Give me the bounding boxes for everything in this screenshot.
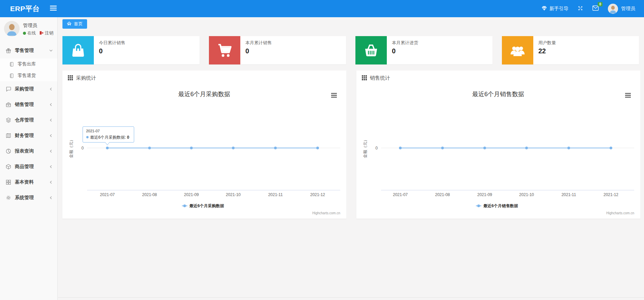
sidebar-item-retail[interactable]: 零售管理 — [0, 43, 57, 58]
y-axis-title: 金额（元） — [363, 138, 368, 158]
sales-line-chart: 最近6个月销售数据 金额（元） 0 2021-07 2021-08 2021-0… — [356, 84, 640, 219]
sidebar-item-retail-return[interactable]: 零售退货 — [0, 70, 57, 81]
svg-text:2021-09: 2021-09 — [184, 192, 199, 197]
stat-label: 本月累计销售 — [245, 40, 272, 46]
svg-text:2021-08: 2021-08 — [142, 192, 157, 197]
y-axis-tick: 0 — [81, 146, 84, 151]
shopping-cart-icon — [209, 36, 240, 64]
expand-arrows-icon — [578, 5, 583, 12]
shopping-basket-icon — [355, 36, 387, 64]
chevron-down-icon — [49, 49, 53, 53]
th-grid-icon — [362, 75, 367, 81]
svg-text:2021-09: 2021-09 — [477, 192, 492, 197]
chevron-left-icon — [49, 118, 53, 122]
svg-text:最近6个月销售数据: 最近6个月销售数据 — [483, 203, 518, 208]
sidebar-item-warehouse[interactable]: 仓库管理 — [0, 112, 57, 128]
legend-item[interactable]: 最近6个月采购数据 — [182, 203, 224, 208]
sidebar-submenu-retail: 零售出库 零售退货 — [0, 58, 57, 81]
chevron-left-icon — [49, 134, 53, 138]
svg-text:2021-10: 2021-10 — [519, 192, 534, 197]
chevron-left-icon — [49, 165, 53, 169]
envelope-icon — [592, 5, 599, 12]
svg-text:2021-12: 2021-12 — [603, 192, 618, 197]
stat-card-user-count: 用户数量 22 — [502, 36, 639, 64]
gift-icon — [5, 48, 11, 54]
th-grid-icon — [68, 75, 73, 81]
svg-text:2021-08: 2021-08 — [435, 192, 450, 197]
sidebar-menu: 零售管理 零售出库 零售退货 采购管理 — [0, 43, 57, 206]
users-icon — [502, 36, 533, 64]
chart-panels-row: 采购统计 最近6个月采购数据 金额（元） 0 2021-07 2021-08 — [62, 71, 640, 219]
tab-home[interactable]: 首页 — [62, 19, 87, 29]
hamburger-icon — [50, 5, 57, 12]
chart-title: 最近6个月采购数据 — [178, 91, 230, 98]
sidebar-item-sales[interactable]: 销售管理 — [0, 97, 57, 112]
series-line — [399, 147, 612, 149]
svg-text:2021-11: 2021-11 — [268, 192, 283, 197]
sidebar-item-label: 零售退货 — [18, 73, 53, 79]
svg-text:2021-10: 2021-10 — [226, 192, 241, 197]
tab-home-label: 首页 — [74, 21, 83, 27]
sidebar-item-label: 商品管理 — [15, 164, 49, 170]
chart-context-menu-button[interactable] — [331, 93, 337, 97]
stat-value: 0 — [99, 47, 125, 55]
top-navbar: ERP平台 新手引导 0 管理员 — [0, 0, 644, 17]
pie-chart-icon — [5, 148, 11, 154]
sidebar-item-label: 销售管理 — [15, 102, 49, 108]
x-axis-labels: 2021-07 2021-08 2021-09 2021-10 2021-11 … — [393, 192, 618, 197]
sidebar-item-purchase[interactable]: 采购管理 — [0, 81, 57, 97]
highcharts-credits: Highcharts.com.cn — [312, 211, 340, 215]
stat-label: 用户数量 — [538, 40, 556, 46]
sidebar-item-label: 财务管理 — [15, 133, 49, 139]
chart-context-menu-button[interactable] — [625, 93, 631, 97]
series-line — [106, 147, 319, 149]
svg-text:最近6个月采购数据: 最近6个月采购数据 — [189, 203, 224, 208]
fullscreen-button[interactable] — [578, 5, 583, 12]
message-count-badge: 0 — [598, 2, 602, 6]
online-status-icon — [23, 32, 26, 35]
user-avatar — [608, 4, 618, 14]
sidebar-item-goods[interactable]: 商品管理 — [0, 159, 57, 174]
svg-text:2021-07: 2021-07 — [100, 192, 115, 197]
main-content: 首页 今日累计销售 0 本月累计销售 0 — [58, 17, 644, 300]
svg-text:2021-11: 2021-11 — [561, 192, 576, 197]
chevron-left-icon — [49, 87, 53, 91]
sidebar-item-label: 零售出库 — [18, 61, 53, 67]
svg-text:2021-07: 2021-07 — [86, 129, 100, 133]
sidebar-item-retail-outbound[interactable]: 零售出库 — [0, 58, 57, 70]
gem-icon — [541, 5, 547, 12]
chat-icon — [5, 86, 11, 92]
purchase-line-chart: 最近6个月采购数据 金额（元） 0 2021-07 2021-08 2021-0… — [62, 84, 346, 219]
stat-card-today-sales: 今日累计销售 0 — [62, 36, 199, 64]
legend-item[interactable]: 最近6个月销售数据 — [476, 203, 518, 208]
svg-text:最近6个月采购数据: 0: 最近6个月采购数据: 0 — [90, 135, 129, 140]
panel-title: 销售统计 — [370, 75, 390, 81]
user-menu[interactable]: 管理员 — [608, 4, 635, 14]
sidebar-item-label: 基本资料 — [15, 179, 49, 185]
guide-link[interactable]: 新手引导 — [541, 5, 568, 12]
grid-icon — [5, 179, 11, 185]
logout-button[interactable]: 注销 — [39, 30, 53, 36]
stat-value: 0 — [392, 47, 418, 55]
messages-button[interactable]: 0 — [592, 5, 599, 12]
logout-label: 注销 — [45, 30, 53, 36]
sidebar-toggle-button[interactable] — [48, 3, 59, 14]
sidebar-item-system[interactable]: 系统管理 — [0, 190, 57, 206]
sidebar-item-reports[interactable]: 报表查询 — [0, 143, 57, 159]
stat-cards-row: 今日累计销售 0 本月累计销售 0 本月累计进货 0 — [62, 36, 639, 64]
chart-title: 最近6个月销售数据 — [472, 91, 524, 98]
chevron-left-icon — [49, 180, 53, 184]
sidebar-username: 管理员 — [23, 23, 53, 29]
stat-value: 22 — [538, 47, 556, 55]
y-axis-title: 金额（元） — [69, 138, 74, 158]
svg-text:2021-12: 2021-12 — [310, 192, 325, 197]
sidebar-item-label: 零售管理 — [15, 48, 49, 54]
sidebar-item-basic-data[interactable]: 基本资料 — [0, 174, 57, 190]
svg-text:2021-07: 2021-07 — [393, 192, 408, 197]
box-icon — [5, 164, 11, 170]
sign-out-icon — [39, 31, 44, 36]
stat-label: 今日累计销售 — [99, 40, 125, 46]
panel-purchase-stats: 采购统计 最近6个月采购数据 金额（元） 0 2021-07 2021-08 — [62, 71, 346, 219]
sidebar-item-finance[interactable]: 财务管理 — [0, 128, 57, 143]
sidebar-item-label: 系统管理 — [15, 195, 49, 201]
